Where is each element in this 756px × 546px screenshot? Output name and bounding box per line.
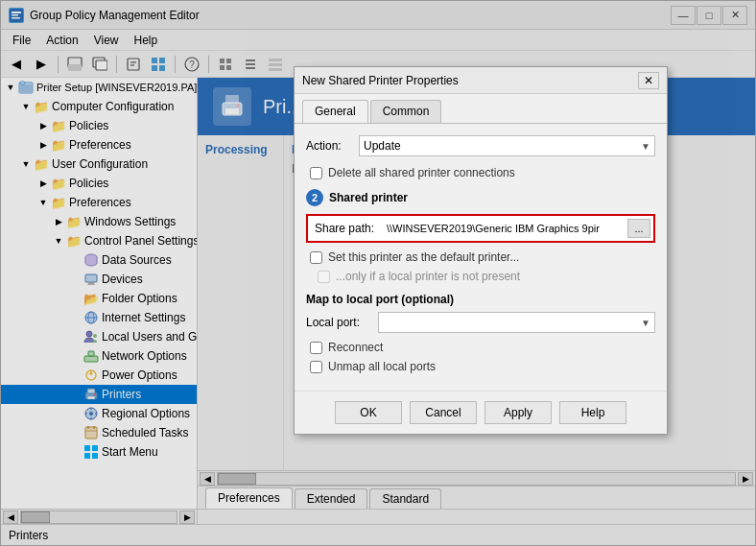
map-local-port-section: Map to local port (optional) bbox=[306, 293, 655, 306]
reconnect-row: Reconnect bbox=[306, 341, 655, 354]
apply-button[interactable]: Apply bbox=[484, 401, 552, 424]
dialog-content: Action: Update ▼ Delete all shared print… bbox=[295, 123, 667, 391]
cancel-button[interactable]: Cancel bbox=[410, 401, 477, 424]
section-number: 2 bbox=[306, 189, 323, 206]
share-path-label: Share path: bbox=[311, 222, 383, 235]
default-printer-label: Set this printer as the default printer.… bbox=[328, 250, 519, 264]
default-printer-checkbox[interactable] bbox=[310, 251, 322, 264]
local-port-row: Local port: ▼ bbox=[306, 312, 655, 333]
dialog-tab-general[interactable]: General bbox=[302, 100, 368, 123]
ok-button[interactable]: OK bbox=[335, 401, 402, 424]
delete-label: Delete all shared printer connections bbox=[328, 166, 515, 179]
unmap-checkbox[interactable] bbox=[310, 361, 322, 373]
unmap-row: Unmap all local ports bbox=[306, 360, 655, 373]
local-port-select[interactable]: ▼ bbox=[378, 312, 655, 333]
dialog-new-shared-printer: New Shared Printer Properties ✕ General … bbox=[294, 66, 668, 435]
modal-overlay: New Shared Printer Properties ✕ General … bbox=[1, 1, 755, 545]
dialog-title-text: New Shared Printer Properties bbox=[302, 74, 638, 87]
reconnect-label: Reconnect bbox=[328, 341, 383, 354]
default-printer-row: Set this printer as the default printer.… bbox=[306, 250, 655, 264]
delete-checkbox-row: Delete all shared printer connections bbox=[306, 166, 655, 179]
section-title: Shared printer bbox=[329, 191, 408, 204]
local-printer-row: ...only if a local printer is not presen… bbox=[318, 270, 655, 283]
local-printer-checkbox[interactable] bbox=[318, 271, 330, 283]
share-path-browse[interactable]: ... bbox=[627, 219, 650, 238]
help-button[interactable]: Help bbox=[559, 401, 626, 424]
dialog-title-bar: New Shared Printer Properties ✕ bbox=[295, 67, 667, 94]
dialog-footer: OK Cancel Apply Help bbox=[295, 391, 667, 434]
map-local-port-label: Map to local port (optional) bbox=[306, 293, 454, 306]
dialog-tab-common[interactable]: Common bbox=[370, 100, 442, 123]
local-port-arrow: ▼ bbox=[641, 318, 650, 328]
unmap-label: Unmap all local ports bbox=[328, 360, 436, 373]
action-select-arrow: ▼ bbox=[641, 141, 650, 152]
dialog-tabs: General Common bbox=[295, 94, 667, 123]
local-printer-label: ...only if a local printer is not presen… bbox=[336, 270, 520, 283]
delete-checkbox[interactable] bbox=[310, 167, 322, 179]
action-select[interactable]: Update ▼ bbox=[359, 135, 655, 156]
action-label: Action: bbox=[306, 139, 359, 153]
share-path-row: Share path: ... bbox=[306, 214, 655, 243]
main-window: Group Policy Management Editor — □ ✕ Fil… bbox=[0, 0, 756, 546]
share-path-input[interactable] bbox=[383, 219, 627, 238]
action-row: Action: Update ▼ bbox=[306, 135, 655, 156]
action-value: Update bbox=[364, 139, 401, 153]
local-port-label: Local port: bbox=[306, 316, 378, 329]
reconnect-checkbox[interactable] bbox=[310, 342, 322, 354]
shared-printer-section: 2 Shared printer bbox=[306, 189, 655, 206]
dialog-close-button[interactable]: ✕ bbox=[638, 72, 659, 89]
